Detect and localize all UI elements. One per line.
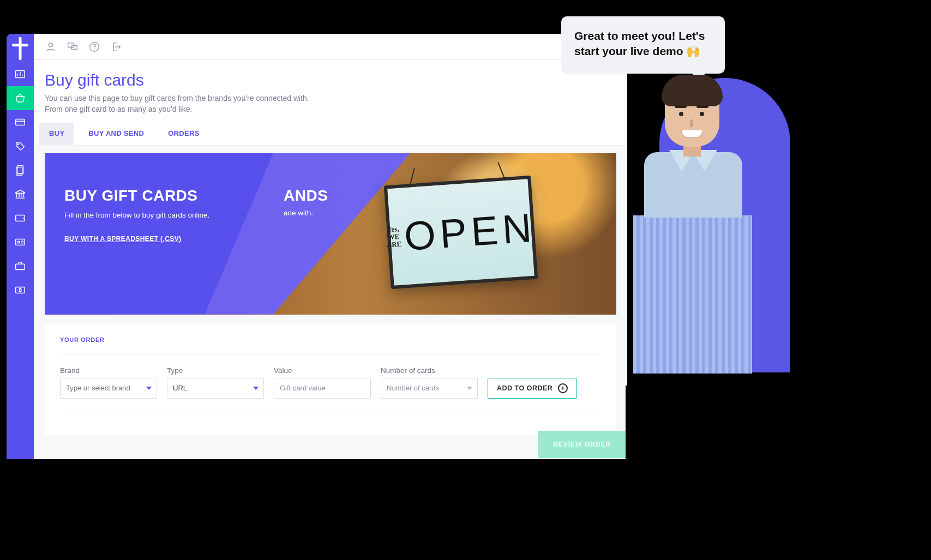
field-number: Number of cards [381,366,478,399]
review-order-button[interactable]: REVIEW ORDER [538,431,626,458]
speech-bubble: Great to meet you! Let's start your live… [561,16,725,74]
label-type: Type [167,366,264,375]
value-input[interactable] [274,378,371,399]
app-logo [7,35,34,62]
separator [60,354,601,354]
type-select[interactable] [167,378,264,399]
svg-rect-6 [16,239,25,245]
svg-point-11 [49,43,52,46]
order-section-title: YOUR ORDER [60,336,601,343]
page-title: Buy gift cards [45,71,616,89]
card-icon[interactable] [7,110,34,134]
content: BUY GIFT CARDS Fill in the from below to… [34,146,627,451]
bank-icon[interactable] [7,182,34,206]
tabs: BUY BUY AND SEND ORDERS [34,123,627,146]
hero-peek-title: ANDS [284,187,328,204]
open-sign-small: Yes, WE ARE [385,225,401,249]
open-sign-big: OPEN [403,204,537,260]
basket-icon[interactable] [7,86,34,110]
briefcase-icon[interactable] [7,254,34,278]
hero-banner: BUY GIFT CARDS Fill in the from below to… [45,153,616,315]
speech-text: Great to meet you! Let's start your live… [574,29,705,57]
user-icon[interactable] [45,41,57,53]
header-bar [34,34,627,60]
hero-csv-link[interactable]: BUY WITH A SPREADSHEET (.CSV) [64,235,182,243]
demo-block: Great to meet you! Let's start your live… [539,8,790,390]
tab-buy[interactable]: BUY [39,123,74,145]
dashboard-icon[interactable] [7,62,34,86]
hero-copy: BUY GIFT CARDS Fill in the from below to… [64,187,209,243]
lock-card-icon[interactable] [7,278,34,302]
svg-point-7 [17,241,20,243]
field-type: Type [167,366,264,399]
chat-icon[interactable] [67,41,79,53]
label-brand: Brand [60,366,157,375]
tab-orders[interactable]: ORDERS [158,123,209,145]
svg-rect-8 [16,264,25,269]
sidebar [7,34,34,459]
logout-icon[interactable] [110,41,122,53]
order-card: YOUR ORDER Brand Type [45,324,616,435]
hero-title: BUY GIFT CARDS [64,187,209,204]
main-column: Buy gift cards You can use this page to … [34,34,627,459]
field-brand: Brand [60,366,157,399]
number-input[interactable] [381,378,478,399]
page-subtitle: You can use this page to buy gift cards … [45,93,328,115]
svg-rect-10 [19,289,21,292]
svg-point-2 [17,143,19,144]
title-area: Buy gift cards You can use this page to … [34,60,627,123]
svg-rect-1 [16,119,25,125]
open-sign: Yes, WE ARE OPEN [384,175,538,288]
hero-body: Fill in the from below to buy gift cards… [64,210,209,221]
svg-point-15 [94,49,95,50]
tab-buy-and-send[interactable]: BUY AND SEND [79,123,154,145]
presenter-avatar [631,78,754,242]
tag-icon[interactable] [7,134,34,158]
decorative-black-block [626,386,931,560]
brand-select[interactable] [60,378,157,399]
wallet-icon[interactable] [7,206,34,230]
id-icon[interactable] [7,230,34,254]
help-icon[interactable] [88,41,100,53]
label-value: Value [274,366,371,375]
label-number: Number of cards [381,366,478,375]
hero-peek-sub: ade with. [284,209,328,217]
app-window: Buy gift cards You can use this page to … [7,34,627,459]
papers-icon[interactable] [7,158,34,182]
hero-peek: ANDS ade with. [284,187,328,217]
field-value: Value [274,366,371,399]
order-form-row: Brand Type Value [60,366,601,399]
separator [60,413,601,413]
